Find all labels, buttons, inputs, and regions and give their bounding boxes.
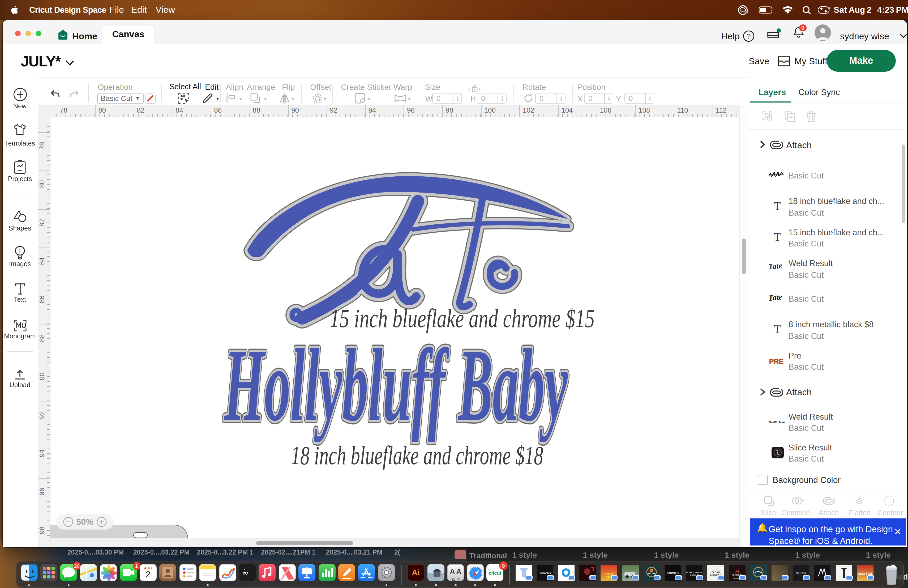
svg-text:Hollybluff Baby: Hollybluff Baby bbox=[223, 327, 568, 442]
svg-text:15 inch blueflake and chrome $: 15 inch blueflake and chrome $15 bbox=[330, 303, 595, 333]
svg-text:?: ? bbox=[747, 32, 750, 40]
svg-text:18 inch blueflake and chrome $: 18 inch blueflake and chrome $18 bbox=[291, 440, 543, 470]
svg-text:tv: tv bbox=[243, 570, 248, 576]
